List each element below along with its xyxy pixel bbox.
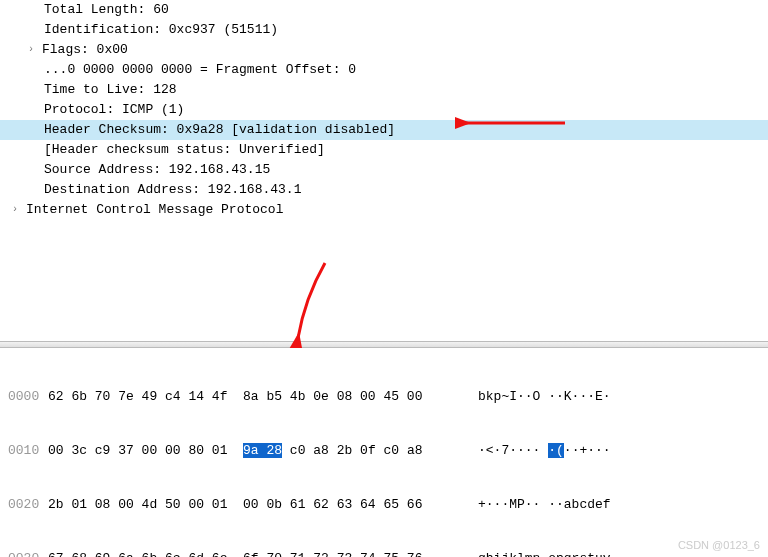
packet-details-pane: Total Length: 60 Identification: 0xc937 … (0, 0, 768, 221)
hex-ascii[interactable]: bkp~I··O ··K···E· (478, 388, 611, 406)
hex-offset: 0030 (8, 550, 48, 557)
hex-offset: 0000 (8, 388, 48, 406)
hex-row[interactable]: 0000 62 6b 70 7e 49 c4 14 4f 8a b5 4b 0e… (0, 388, 768, 406)
tree-row-destination-address[interactable]: Destination Address: 192.168.43.1 (0, 180, 768, 200)
tree-row-total-length[interactable]: Total Length: 60 (0, 0, 768, 20)
tree-row-header-checksum[interactable]: Header Checksum: 0x9a28 [validation disa… (0, 120, 768, 140)
hex-bytes[interactable]: 67 68 69 6a 6b 6c 6d 6e 6f 70 71 72 73 7… (48, 550, 478, 557)
hex-dump-pane: 0000 62 6b 70 7e 49 c4 14 4f 8a b5 4b 0e… (0, 348, 768, 557)
pane-splitter[interactable] (0, 341, 768, 348)
hex-row[interactable]: 0020 2b 01 08 00 4d 50 00 01 00 0b 61 62… (0, 496, 768, 514)
hex-ascii[interactable]: +···MP·· ··abcdef (478, 496, 611, 514)
chevron-right-icon[interactable]: › (12, 201, 24, 219)
hex-bytes[interactable]: 00 3c c9 37 00 00 80 01 9a 28 c0 a8 2b 0… (48, 442, 478, 460)
chevron-right-icon[interactable]: › (28, 41, 40, 59)
watermark: CSDN @0123_6 (678, 539, 760, 551)
hex-bytes[interactable]: 2b 01 08 00 4d 50 00 01 00 0b 61 62 63 6… (48, 496, 478, 514)
tree-row-flags[interactable]: ›Flags: 0x00 (0, 40, 768, 60)
hex-bytes-selected: 9a 28 (243, 443, 282, 458)
hex-row[interactable]: 0010 00 3c c9 37 00 00 80 01 9a 28 c0 a8… (0, 442, 768, 460)
hex-offset: 0020 (8, 496, 48, 514)
hex-offset: 0010 (8, 442, 48, 460)
tree-row-identification[interactable]: Identification: 0xc937 (51511) (0, 20, 768, 40)
tree-row-ttl[interactable]: Time to Live: 128 (0, 80, 768, 100)
tree-row-icmp-protocol[interactable]: ›Internet Control Message Protocol (0, 200, 768, 220)
hex-ascii[interactable]: ·<·7···· ·(··+··· (478, 442, 611, 460)
tree-row-checksum-status[interactable]: [Header checksum status: Unverified] (0, 140, 768, 160)
hex-row[interactable]: 0030 67 68 69 6a 6b 6c 6d 6e 6f 70 71 72… (0, 550, 768, 557)
hex-bytes[interactable]: 62 6b 70 7e 49 c4 14 4f 8a b5 4b 0e 08 0… (48, 388, 478, 406)
tree-row-source-address[interactable]: Source Address: 192.168.43.15 (0, 160, 768, 180)
tree-row-protocol[interactable]: Protocol: ICMP (1) (0, 100, 768, 120)
hex-ascii[interactable]: ghijklmn opqrstuv (478, 550, 611, 557)
annotation-arrow-icon (270, 258, 340, 348)
hex-ascii-selected: ·( (548, 443, 564, 458)
tree-row-fragment-offset[interactable]: ...0 0000 0000 0000 = Fragment Offset: 0 (0, 60, 768, 80)
